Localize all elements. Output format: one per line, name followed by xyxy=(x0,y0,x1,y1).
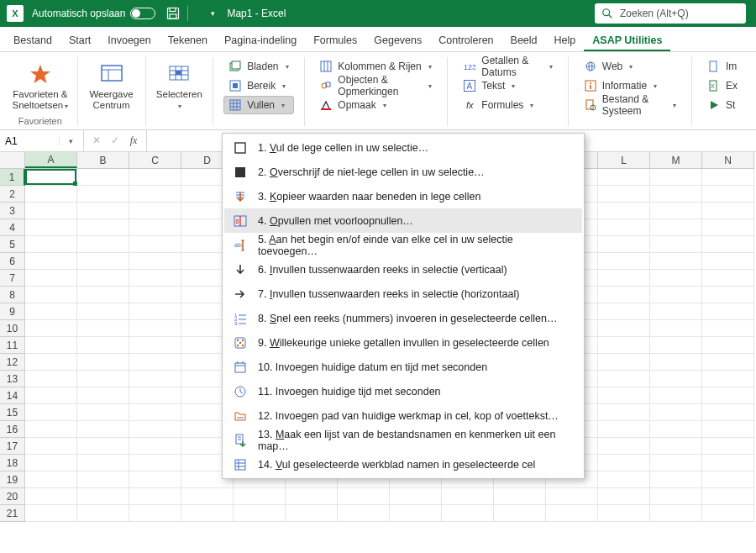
cell-reference-input[interactable] xyxy=(0,135,59,147)
cell[interactable] xyxy=(77,455,129,471)
cell[interactable] xyxy=(234,505,286,522)
row-header[interactable]: 9 xyxy=(0,303,25,320)
cell[interactable] xyxy=(650,471,702,488)
cell[interactable] xyxy=(25,371,77,387)
cell[interactable] xyxy=(77,488,129,505)
cell[interactable] xyxy=(25,169,77,186)
cell[interactable] xyxy=(77,186,129,203)
cell[interactable] xyxy=(77,404,129,421)
cell[interactable] xyxy=(77,421,129,438)
cell[interactable] xyxy=(702,438,754,455)
menu-item[interactable]: 11. Invoegen huidige tijd met seconden xyxy=(224,379,582,403)
column-header[interactable]: N xyxy=(702,152,754,168)
cell[interactable] xyxy=(181,505,234,522)
bereik-button[interactable]: Bereik▾ xyxy=(223,76,293,95)
cell[interactable] xyxy=(598,371,650,387)
column-header[interactable]: M xyxy=(650,152,702,168)
cell[interactable] xyxy=(25,219,77,236)
cell[interactable] xyxy=(702,303,754,320)
cell[interactable] xyxy=(650,337,702,354)
cell[interactable] xyxy=(598,488,650,505)
cell[interactable] xyxy=(129,287,181,303)
menu-item[interactable]: 14. Vul geselecteerde werkblad namen in … xyxy=(224,452,582,477)
row-header[interactable]: 3 xyxy=(0,203,25,219)
import-button[interactable]: Im xyxy=(702,57,743,76)
row-header[interactable]: 12 xyxy=(0,354,25,371)
menu-item[interactable]: 04. Opvullen met voorloopnullen… xyxy=(224,208,582,233)
tab-bestand[interactable]: Bestand xyxy=(5,29,60,51)
cell[interactable] xyxy=(129,387,181,404)
cell[interactable] xyxy=(77,387,129,404)
cell[interactable] xyxy=(702,219,754,236)
column-header[interactable]: A xyxy=(25,152,77,168)
chevron-down-icon[interactable]: ▾ xyxy=(59,137,82,145)
menu-item[interactable]: ab5. Aan het begin en/of einde van elke … xyxy=(224,233,582,257)
cell[interactable] xyxy=(77,320,129,337)
formules-button[interactable]: fxFormules▾ xyxy=(458,96,558,114)
cell[interactable] xyxy=(25,303,77,320)
cell[interactable] xyxy=(650,236,702,253)
name-box[interactable]: ▾ xyxy=(0,130,84,151)
row-header[interactable]: 14 xyxy=(0,387,25,404)
cell[interactable] xyxy=(702,270,754,287)
cell[interactable] xyxy=(25,186,77,203)
row-header[interactable]: 6 xyxy=(0,253,25,270)
cell[interactable] xyxy=(702,387,754,404)
cell[interactable] xyxy=(702,505,754,522)
tab-start[interactable]: Start xyxy=(60,29,99,51)
cell[interactable] xyxy=(234,488,286,505)
cell[interactable] xyxy=(25,387,77,404)
cell[interactable] xyxy=(650,455,702,471)
row-header[interactable]: 5 xyxy=(0,236,25,253)
cell[interactable] xyxy=(598,404,650,421)
cell[interactable] xyxy=(129,320,181,337)
cell[interactable] xyxy=(598,287,650,303)
cell[interactable] xyxy=(702,236,754,253)
menu-item[interactable]: 2. Overschrijf de niet-lege cellen in uw… xyxy=(224,160,582,184)
row-header[interactable]: 16 xyxy=(0,421,25,438)
cell[interactable] xyxy=(129,455,181,471)
cell[interactable] xyxy=(650,287,702,303)
tab-beeld[interactable]: Beeld xyxy=(502,29,546,51)
cell[interactable] xyxy=(702,404,754,421)
cell[interactable] xyxy=(77,303,129,320)
cell[interactable] xyxy=(286,488,338,505)
tab-gegevens[interactable]: Gegevens xyxy=(365,29,430,51)
cell[interactable] xyxy=(650,488,702,505)
cell[interactable] xyxy=(286,505,338,522)
cell[interactable] xyxy=(25,488,77,505)
select-all-corner[interactable] xyxy=(0,152,25,169)
row-header[interactable]: 13 xyxy=(0,371,25,387)
cell[interactable] xyxy=(598,219,650,236)
row-header[interactable]: 15 xyxy=(0,404,25,421)
cell[interactable] xyxy=(129,354,181,371)
cell[interactable] xyxy=(129,253,181,270)
cell[interactable] xyxy=(25,320,77,337)
cell[interactable] xyxy=(390,488,442,505)
cell[interactable] xyxy=(598,354,650,371)
row-header[interactable]: 20 xyxy=(0,488,25,505)
opmaak-button[interactable]: Opmaak▾ xyxy=(314,96,437,114)
row-header[interactable]: 2 xyxy=(0,186,25,203)
cell[interactable] xyxy=(442,505,494,522)
cell[interactable] xyxy=(77,169,129,186)
cell[interactable] xyxy=(25,203,77,219)
cell[interactable] xyxy=(77,505,129,522)
cell[interactable] xyxy=(650,253,702,270)
column-header[interactable]: C xyxy=(129,152,181,168)
cell[interactable] xyxy=(129,186,181,203)
cell[interactable] xyxy=(598,438,650,455)
export-button[interactable]: XEx xyxy=(702,76,743,95)
cell[interactable] xyxy=(650,270,702,287)
menu-item[interactable]: 7. Invullen tussenwaarden reeks in selec… xyxy=(224,282,582,306)
cell[interactable] xyxy=(650,404,702,421)
cell[interactable] xyxy=(77,236,129,253)
cell[interactable] xyxy=(650,320,702,337)
tab-invoegen[interactable]: Invoegen xyxy=(99,29,159,51)
cell[interactable] xyxy=(338,505,390,522)
cell[interactable] xyxy=(650,303,702,320)
cell[interactable] xyxy=(129,404,181,421)
cell[interactable] xyxy=(598,387,650,404)
cancel-icon[interactable]: ✕ xyxy=(87,134,106,147)
cell[interactable] xyxy=(650,505,702,522)
